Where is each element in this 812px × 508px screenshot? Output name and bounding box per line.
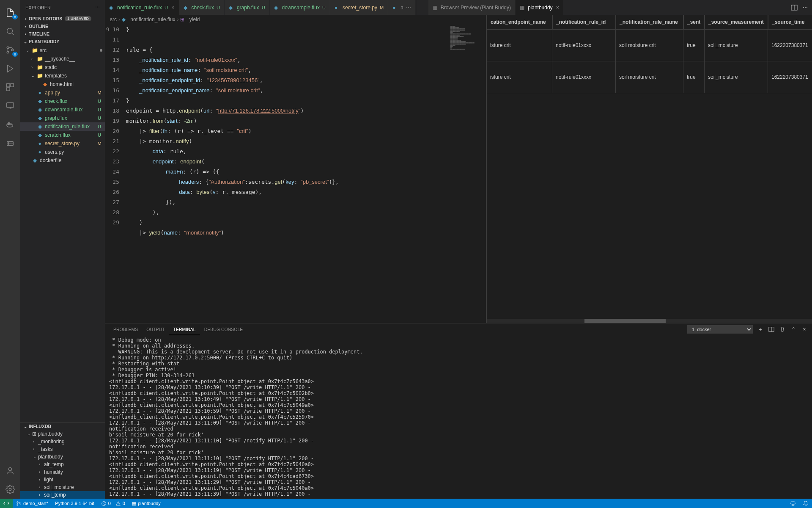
file-scratch-flux[interactable]: ◆scratch.fluxU (20, 131, 105, 139)
sidebar-more-icon[interactable]: ⋯ (95, 5, 100, 10)
status-python[interactable]: Python 3.9.1 64-bit (52, 501, 97, 506)
preview-table: cation_endpoint_name_notification_rule_i… (487, 15, 812, 93)
python-icon: ● (335, 5, 340, 11)
tab-check[interactable]: ◆check.fluxU (179, 0, 225, 15)
svg-point-3 (11, 49, 14, 51)
outline-section[interactable]: ›OUTLINE (20, 22, 105, 30)
file-downsample-flux[interactable]: ◆downsample.fluxU (20, 105, 105, 114)
search-icon[interactable] (4, 25, 16, 37)
unsaved-badge: 1 UNSAVED (65, 16, 91, 21)
code-content[interactable]: } rule = { _notification_rule_id: "notif… (126, 24, 449, 323)
folder-templates[interactable]: ⌄📁templates (20, 72, 105, 80)
split-editor-icon[interactable] (791, 4, 798, 11)
folder-src[interactable]: ⌄📁src (20, 46, 105, 55)
influx-bucket-monitoring[interactable]: ›_monitoring (20, 438, 105, 445)
influx-org[interactable]: ⌄⊞ plantbuddy (20, 430, 105, 438)
panel-tab-problems[interactable]: PROBLEMS (109, 323, 142, 335)
docker-file-icon: ◆ (31, 157, 38, 164)
new-terminal-icon[interactable]: ＋ (757, 326, 764, 333)
file-users-py[interactable]: ●users.py (20, 148, 105, 156)
open-editors-section[interactable]: ›OPEN EDITORS 1 UNSAVED (20, 15, 105, 22)
file-secret-store-py[interactable]: ●secret_store.pyM (20, 139, 105, 148)
kill-terminal-icon[interactable] (779, 326, 786, 333)
folder-icon: 📁 (36, 72, 43, 79)
timeline-section[interactable]: ›TIMELINE (20, 30, 105, 38)
org-icon: ⊞ (32, 431, 36, 437)
file-graph-flux[interactable]: ◆graph.fluxU (20, 114, 105, 122)
status-problems[interactable]: 0 0 (98, 501, 129, 506)
maximize-panel-icon[interactable]: ⌃ (790, 326, 797, 333)
python-icon: ● (36, 140, 43, 147)
influx-bucket-plantbuddy[interactable]: ⌄plantbuddy (20, 453, 105, 461)
panel-tab-debug[interactable]: DEBUG CONSOLE (200, 323, 247, 335)
tab-graph[interactable]: ◆graph.fluxU (225, 0, 270, 15)
python-icon: ● (36, 89, 43, 96)
horizontal-scrollbar[interactable] (487, 319, 812, 323)
remote-explorer-icon[interactable] (4, 100, 16, 112)
svg-point-17 (17, 501, 18, 502)
influx-measure-soil-moisture[interactable]: ›soil_moisture (20, 483, 105, 491)
influx-measure-humidity[interactable]: ›humidity (20, 468, 105, 476)
folder-static[interactable]: ›📁static (20, 63, 105, 72)
influxdb-icon[interactable] (4, 137, 16, 149)
status-notifications-icon[interactable] (799, 500, 812, 506)
file-check-flux[interactable]: ◆check.fluxU (20, 97, 105, 105)
svg-point-2 (7, 51, 9, 53)
status-plantbuddy[interactable]: ▦ plantbuddy (129, 501, 164, 506)
tab-browser-preview[interactable]: ▦Browser Preview (Plant Buddy) (428, 0, 516, 15)
svg-point-21 (791, 501, 796, 506)
influx-measure-soil-temp[interactable]: ›soil_temp (20, 491, 105, 499)
terminal-select[interactable]: 1: docker (687, 325, 753, 334)
explorer-badge: 8 (12, 14, 18, 19)
source-control-icon[interactable]: 8 (4, 44, 16, 56)
file-home-html[interactable]: ◆home.html (20, 80, 105, 88)
panel-tab-output[interactable]: OUTPUT (142, 323, 169, 335)
close-icon[interactable]: × (171, 4, 175, 11)
tab-a[interactable]: ●a⋯ (388, 0, 416, 15)
tab-notification-rule[interactable]: ◆notification_rule.fluxU× (105, 0, 179, 15)
remote-indicator[interactable] (0, 499, 13, 508)
svg-rect-6 (7, 88, 10, 91)
file-notification-rule-flux[interactable]: ◆notification_rule.fluxU (20, 122, 105, 131)
flux-icon: ◆ (229, 5, 235, 11)
file-app-py[interactable]: ●app.pyM (20, 88, 105, 97)
sidebar-header: EXPLORER ⋯ (20, 0, 105, 15)
file-dockerfile[interactable]: ◆dockerfile (20, 156, 105, 165)
settings-gear-icon[interactable] (4, 483, 16, 495)
tab-secret-store[interactable]: ●secret_store.pyM (330, 0, 388, 15)
code-editor[interactable]: 9 10 11 12 13 14 15 16 17 18 19 20 21 22… (105, 24, 486, 323)
folder-icon: 📁 (31, 47, 38, 54)
activity-bar: 8 8 (0, 0, 20, 499)
split-terminal-icon[interactable] (768, 326, 775, 333)
extensions-icon[interactable] (4, 81, 16, 93)
terminal-output[interactable]: * Debug mode: on * Running on all addres… (105, 335, 812, 499)
svg-rect-4 (7, 84, 10, 87)
tab-bar: ◆notification_rule.fluxU× ◆check.fluxU ◆… (105, 0, 812, 15)
influxdb-section[interactable]: ⌄INFLUXDB (20, 422, 105, 430)
influx-bucket-tasks[interactable]: ›_tasks (20, 445, 105, 453)
svg-point-14 (9, 488, 11, 491)
tab-plantbuddy[interactable]: ▦plantbuddy× (516, 0, 564, 15)
influx-measure-light[interactable]: ›light (20, 476, 105, 483)
browser-icon: ▦ (433, 5, 439, 11)
project-section[interactable]: ⌄PLANTBUDDY (20, 38, 105, 45)
svg-rect-5 (11, 84, 14, 87)
close-icon[interactable]: × (556, 4, 560, 11)
docker-icon[interactable] (4, 119, 16, 130)
influx-measure-air-temp[interactable]: ›air_temp (20, 461, 105, 468)
more-actions-icon[interactable]: ⋯ (803, 5, 808, 11)
table-icon: ▦ (520, 5, 526, 11)
minimap[interactable]: ████████████████████████████████████████… (449, 24, 486, 323)
status-branch[interactable]: demo_start* (13, 501, 52, 506)
tab-downsample[interactable]: ◆downsample.fluxU (270, 0, 330, 15)
status-feedback-icon[interactable] (787, 500, 799, 506)
breadcrumb[interactable]: src› ◆ notification_rule.flux› ⊞ yield (105, 15, 486, 24)
explorer-icon[interactable]: 8 (4, 7, 16, 19)
python-icon: ● (36, 149, 43, 155)
more-tabs-icon[interactable]: ⋯ (406, 5, 411, 11)
close-panel-icon[interactable]: × (801, 326, 808, 333)
run-debug-icon[interactable] (4, 63, 16, 75)
folder-pycache[interactable]: ›📁__pycache__ (20, 55, 105, 63)
panel-tab-terminal[interactable]: TERMINAL (169, 323, 200, 335)
account-icon[interactable] (4, 465, 16, 477)
